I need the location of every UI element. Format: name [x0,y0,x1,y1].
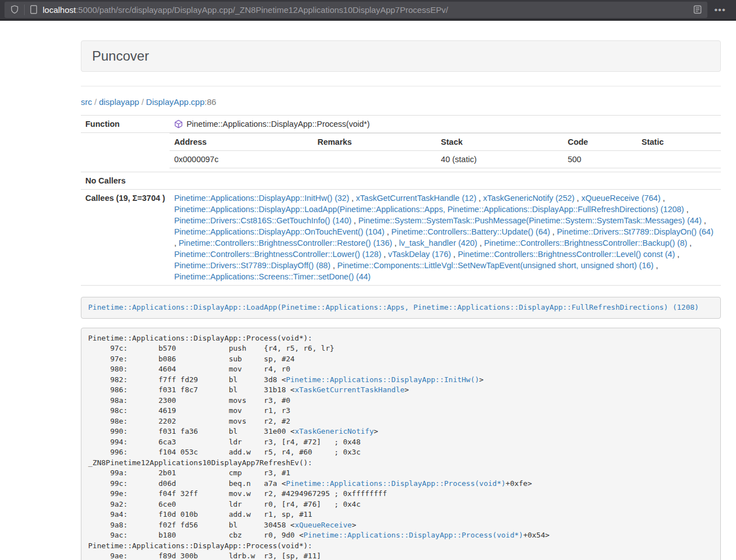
callee-separator: , [661,194,665,203]
url-bar[interactable]: localhost:5000/path/src/displayapp/Displ… [4,2,707,18]
callee-link[interactable]: Pinetime::Controllers::Battery::Update()… [391,227,550,236]
breadcrumb: src/displayapp/DisplayApp.cpp:86 [81,97,721,108]
column-header: Remarks [313,134,436,151]
callee-separator: , [174,238,179,247]
callee-separator: , [687,238,692,247]
callees-label: Callees (19, Σ=3704 ) [81,190,170,286]
shield-icon[interactable] [10,5,19,14]
callee-separator: , [684,205,688,214]
column-header: Code [563,134,637,151]
callee-separator: , [351,216,358,225]
browser-toolbar: localhost:5000/path/src/displayapp/Displ… [0,0,736,21]
reader-mode-icon[interactable] [693,5,702,14]
page-actions-menu-icon[interactable]: ••• [714,5,726,15]
url-text[interactable]: localhost:5000/path/src/displayapp/Displ… [43,5,693,15]
callee-separator: , [385,227,391,236]
url-host: localhost [43,5,76,15]
symbol-link[interactable]: Pinetime::Applications::DisplayApp::Init… [286,375,479,384]
callee-separator: , [392,238,399,247]
callee-link[interactable]: Pinetime::Components::LittleVgl::SetNewT… [337,261,653,270]
table-row-callers: No Callers [81,172,721,190]
breadcrumb-line-number: :86 [204,97,216,107]
breadcrumb-link[interactable]: src [81,97,92,107]
callee-separator: , [477,238,484,247]
no-callers-label: No Callers [81,172,170,190]
callee-separator: , [653,261,658,270]
page-container: Puncover src/displayapp/DisplayApp.cpp:8… [81,40,721,560]
callee-separator: , [476,194,483,203]
function-detail-table: AddressRemarksStackCodeStatic 0x0000097c… [170,133,721,168]
detail-cell: 500 [563,151,637,168]
table-row-function: Function Pinetime::Applications::Display… [81,116,721,133]
function-name: Pinetime::Applications::DisplayApp::Proc… [186,118,369,130]
callee-separator: , [381,250,388,259]
callee-separator: , [451,250,458,259]
callee-link[interactable]: Pinetime::Drivers::Cst816S::GetTouchInfo… [174,216,351,225]
disassembly-block: Pinetime::Applications::DisplayApp::Proc… [81,328,721,560]
detail-cell [637,151,721,168]
symbol-link[interactable]: xTaskGenericNotify [295,427,374,435]
callee-link[interactable]: Pinetime::Controllers::BrightnessControl… [458,250,675,259]
detail-cell: 0x0000097c [170,151,313,168]
callee-link[interactable]: Pinetime::Applications::DisplayApp::Init… [174,194,349,203]
callee-link[interactable]: Pinetime::Applications::DisplayApp::OnTo… [174,227,385,236]
function-table: Function Pinetime::Applications::Display… [81,115,721,286]
breadcrumb-link[interactable]: DisplayApp.cpp [146,97,204,107]
table-row-callees: Callees (19, Σ=3704 ) Pinetime::Applicat… [81,190,721,286]
symbol-link[interactable]: xTaskGetCurrentTaskHandle [295,385,405,394]
column-header: Static [637,134,721,151]
url-path: :5000/path/src/displayapp/DisplayApp.cpp… [76,5,448,15]
symbol-link[interactable]: Pinetime::Applications::DisplayApp::Proc… [304,531,523,539]
callee-link[interactable]: Pinetime::Drivers::St7789::DisplayOff() … [174,261,331,270]
column-header: Stack [436,134,563,151]
callee-separator: , [349,194,356,203]
callee-link[interactable]: Pinetime::Controllers::BrightnessControl… [174,250,381,259]
detail-cell [313,151,436,168]
callee-link[interactable]: vTaskDelay (176) [388,250,451,259]
callee-link[interactable]: xTaskGetCurrentTaskHandle (12) [356,194,476,203]
callee-link[interactable]: Pinetime::Applications::Screens::Timer::… [174,272,371,281]
caller-snippet-block: Pinetime::Applications::DisplayApp::Load… [81,297,721,319]
disassembly-listing: Pinetime::Applications::DisplayApp::Proc… [88,334,550,560]
callee-link[interactable]: Pinetime::System::SystemTask::PushMessag… [358,216,702,225]
callee-link[interactable]: Pinetime::Controllers::BrightnessControl… [179,238,392,247]
callee-link[interactable]: Pinetime::Applications::DisplayApp::Load… [174,205,684,214]
callee-link[interactable]: lv_task_handler (420) [399,238,477,247]
callee-separator: , [702,216,706,225]
loadapp-symbol-link[interactable]: Pinetime::Applications::DisplayApp::Load… [88,303,699,311]
callee-separator: , [574,194,581,203]
callees-list: Pinetime::Applications::DisplayApp::Init… [170,190,721,286]
callee-link[interactable]: Pinetime::Controllers::BrightnessControl… [484,238,687,247]
callee-link[interactable]: Pinetime::Drivers::St7789::DisplayOn() (… [557,227,714,236]
symbol-link[interactable]: Pinetime::Applications::DisplayApp::Proc… [286,479,505,488]
breadcrumb-separator: / [139,97,146,107]
divider [81,86,721,86]
detail-header-row: AddressRemarksStackCodeStatic [170,134,721,151]
callee-separator: , [331,261,337,270]
page-title: Puncover [92,48,710,64]
symbol-link[interactable]: xQueueReceive [295,521,352,529]
cube-icon [174,120,183,128]
callee-link[interactable]: xQueueReceive (764) [581,194,660,203]
callee-separator: , [675,250,679,259]
table-row-details: AddressRemarksStackCodeStatic 0x0000097c… [81,133,721,172]
callee-separator: , [550,227,557,236]
function-label: Function [81,116,170,133]
detail-value-row: 0x0000097c40 (static)500 [170,151,721,168]
toolbar-divider [24,4,25,15]
column-header: Address [170,134,313,151]
breadcrumb-link[interactable]: displayapp [99,97,139,107]
breadcrumb-separator: / [92,97,99,107]
app-header-panel: Puncover [81,40,721,72]
detail-cell: 40 (static) [436,151,563,168]
page-icon[interactable] [30,5,38,14]
callee-link[interactable]: xTaskGenericNotify (252) [483,194,575,203]
